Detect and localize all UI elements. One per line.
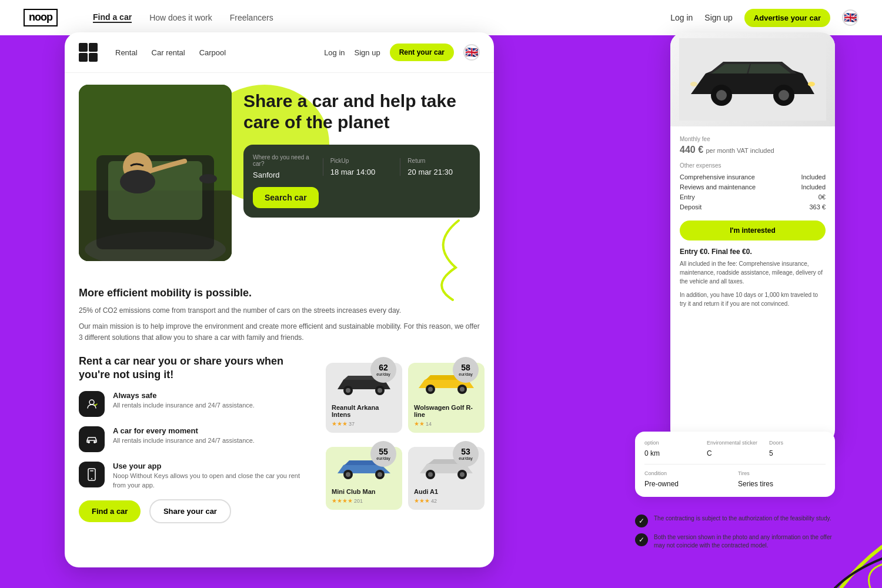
feature-app: Use your app Noop Without Keys allows yo…	[79, 462, 314, 490]
svg-point-32	[716, 90, 727, 101]
expense-insurance: Comprehensive insurance Included	[680, 173, 826, 181]
car-1-name: Reanult Arkana Intens	[332, 404, 396, 418]
card-nav-carpool[interactable]: Carpool	[199, 48, 226, 57]
cars-column: 62 eur/day Reanult Arkana Intens ★★★37	[326, 355, 485, 524]
nav-how-it-works[interactable]: How does it work	[149, 13, 212, 22]
pickup-value[interactable]: 18 mar 14:00	[330, 168, 376, 176]
pricing-panel: Monthly fee 440 € per month VAT included…	[670, 32, 835, 444]
check-icon-2: ✓	[635, 533, 648, 546]
bottom-section: Rent a car near you or share yours when …	[65, 349, 494, 530]
card-nav: Rental Car rental Carpool Log in Sign up…	[65, 32, 494, 73]
svg-point-27	[428, 472, 433, 477]
svg-point-5	[199, 174, 217, 183]
check-icon-1: ✓	[635, 514, 648, 527]
check-text-2: Both the version shown in the photo and …	[654, 533, 835, 550]
return-field: Return 20 mar 21:30	[407, 158, 470, 177]
mobility-title: More efficient mobility is possible.	[79, 287, 480, 299]
expense-maintenance: Reviews and maintenance Included	[680, 183, 826, 191]
svg-point-34	[779, 90, 789, 101]
spec-doors-value: 5	[769, 449, 773, 457]
svg-rect-13	[90, 470, 93, 472]
search-box: Where do you need a car? Sanford PickUp …	[243, 145, 480, 218]
svg-point-23	[346, 472, 350, 477]
checks-panel: ✓ The contracting is subject to the auth…	[635, 514, 835, 556]
spec-doors-label: Doors	[769, 440, 826, 446]
spec-tires-value: Series tires	[738, 480, 773, 488]
card-signup[interactable]: Sign up	[355, 48, 380, 57]
language-flag[interactable]: 🇬🇧	[842, 9, 858, 26]
hero-content: Share a car and help take care of the pl…	[243, 85, 480, 273]
interested-button[interactable]: I'm interested	[680, 220, 826, 240]
svg-point-25	[377, 472, 382, 477]
feature-app-desc: Noop Without Keys allows you to open and…	[113, 472, 314, 490]
return-label: Return	[407, 158, 470, 164]
specs-grid-top: option 0 km Environmental sticker C Door…	[644, 440, 826, 458]
card-nav-car-rental[interactable]: Car rental	[152, 48, 185, 57]
nav-freelancers[interactable]: Freelancers	[230, 13, 273, 22]
entry-title: Entry €0. Final fee €0.	[680, 248, 826, 256]
feature-safe-desc: All rentals include insurance and 24/7 a…	[113, 401, 255, 410]
main-card: Rental Car rental Carpool Log in Sign up…	[65, 32, 494, 567]
car-card-4[interactable]: 53 eur/day Audi A1 ★★★42	[408, 447, 485, 510]
rent-car-button[interactable]: Rent your car	[390, 44, 454, 61]
car-4-stars: ★★★42	[414, 497, 479, 504]
car-4-badge: 53 eur/day	[453, 441, 479, 467]
expense-entry: Entry 0€	[680, 193, 826, 201]
entry-desc-2: In addition, you have 10 days or 1,000 k…	[680, 290, 826, 308]
top-signup[interactable]: Sign up	[704, 13, 732, 22]
svg-point-9	[88, 441, 90, 443]
car-card-1[interactable]: 62 eur/day Reanult Arkana Intens ★★★37	[326, 363, 402, 433]
card-nav-links: Rental Car rental Carpool	[115, 48, 226, 57]
spec-env-value: C	[707, 449, 712, 457]
svg-point-7	[120, 170, 155, 193]
location-value[interactable]: Sanford	[253, 171, 280, 179]
search-car-button[interactable]: Search car	[253, 187, 319, 208]
hero-title: Share a car and help take care of the pl…	[243, 91, 480, 133]
return-value[interactable]: 20 mar 21:30	[407, 168, 453, 176]
svg-point-8	[89, 400, 94, 405]
car-2-name: Wolswagen Golf R-line	[414, 404, 479, 418]
app-icon	[79, 462, 105, 487]
find-car-button[interactable]: Find a car	[79, 500, 141, 522]
car-3-badge: 55 eur/day	[370, 441, 396, 467]
spec-tires: Tires Series tires	[738, 470, 826, 489]
feature-car-desc: All rentals include insurance and 24/7 a…	[113, 436, 255, 445]
feature-safe: Always safe All rentals include insuranc…	[79, 391, 314, 417]
check-item-1: ✓ The contracting is subject to the auth…	[635, 514, 835, 527]
share-car-button[interactable]: Share your car	[149, 499, 231, 523]
pickup-label: PickUp	[330, 158, 393, 164]
card-login[interactable]: Log in	[324, 48, 345, 57]
car-3-stars: ★★★★201	[332, 497, 396, 504]
svg-point-12	[91, 478, 92, 479]
car-icon	[79, 426, 105, 452]
top-logo: noop	[24, 9, 58, 26]
advertise-button[interactable]: Advertise your car	[744, 9, 830, 27]
specs-panel: option 0 km Environmental sticker C Door…	[635, 432, 835, 497]
car-card-2[interactable]: 58 eur/day Wolswagen Golf R-line ★★14	[408, 363, 485, 433]
feature-car-title: A car for every moment	[113, 426, 255, 435]
card-nav-right: Log in Sign up Rent your car 🇬🇧	[324, 44, 480, 61]
feature-car: A car for every moment All rentals inclu…	[79, 426, 314, 452]
nav-find-car[interactable]: Find a car	[93, 12, 132, 23]
divider-2	[400, 158, 400, 176]
svg-point-36	[690, 82, 697, 86]
features-title: Rent a car near you or share yours when …	[79, 355, 314, 382]
cta-buttons: Find a car Share your car	[79, 499, 314, 523]
spec-option-value: 0 km	[644, 449, 660, 457]
spec-condition-label: Condition	[644, 470, 732, 476]
other-expenses-label: Other expenses	[680, 162, 826, 169]
car-card-3[interactable]: 55 eur/day Mini Club Man ★★★★201	[326, 447, 402, 510]
top-nav-background: noop Find a car How does it work Freelan…	[0, 0, 882, 35]
svg-point-29	[460, 472, 465, 477]
check-item-2: ✓ Both the version shown in the photo an…	[635, 533, 835, 550]
pickup-field: PickUp 18 mar 14:00	[330, 158, 393, 177]
spec-doors: Doors 5	[769, 440, 826, 458]
top-login[interactable]: Log in	[670, 13, 693, 22]
car-2-badge: 58 eur/day	[453, 357, 479, 383]
spec-condition-value: Pre-owned	[644, 480, 679, 488]
card-language-flag[interactable]: 🇬🇧	[463, 44, 480, 61]
spec-tires-label: Tires	[738, 470, 826, 476]
card-nav-rental[interactable]: Rental	[115, 48, 138, 57]
pricing-content: Monthly fee 440 € per month VAT included…	[670, 126, 835, 322]
spec-environmental: Environmental sticker C	[707, 440, 763, 458]
